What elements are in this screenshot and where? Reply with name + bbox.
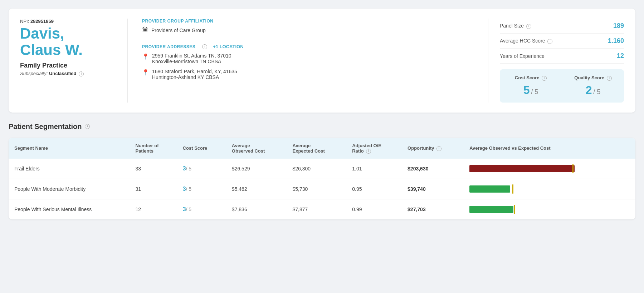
cost-score-value: 5 [523,84,530,96]
cell-segment-name: People With Moderate Morbidity [9,179,130,199]
col-num-patients: Number ofPatients [130,138,177,159]
cell-num-patients: 31 [130,179,177,199]
col-opportunity: Opportunity i [402,138,464,159]
col-cost-score: Cost Score [177,138,226,159]
address-2-text: 1680 Straford Park, Harold, KY, 41635Hun… [152,69,237,80]
cell-adjusted-oe: 1.01 [346,159,402,179]
address-item-2: 📍 1680 Straford Park, Harold, KY, 41635H… [142,69,474,80]
opportunity-info-icon[interactable]: i [436,146,441,151]
section-title-text: Patient Segmentation [9,123,82,131]
addresses-header: PROVIDER ADDRESSES i +1 LOCATION [142,44,474,49]
cost-score-info-icon[interactable]: i [542,76,547,81]
col-avg-expected: AverageExpected Cost [287,138,347,159]
provider-card: NPI: 282951859 Davis, Claus W. Family Pr… [9,9,635,113]
avg-hcc-info-icon[interactable]: i [547,39,552,44]
col-avg-observed: AverageObserved Cost [226,138,287,159]
group-name: Providers of Care Group [151,28,206,33]
panel-size-row: Panel Size i 189 [500,19,624,34]
segmentation-info-icon[interactable]: i [85,124,90,129]
quality-score-info-icon[interactable]: i [607,76,612,81]
quality-score-box-label: Quality Score [574,75,604,80]
cell-avg-observed: $5,462 [226,179,287,199]
cell-num-patients: 12 [130,199,177,220]
cell-segment-name: Frail Elders [9,159,130,179]
table-header-row: Segment Name Number ofPatients Cost Scor… [9,138,635,159]
cell-cost-score: 3/ 5 [177,159,226,179]
cell-avg-expected: $26,300 [287,159,347,179]
cell-bar-chart [464,179,635,199]
npi-label: NPI: [20,19,29,24]
group-affiliation-label: PROVIDER GROUP AFFILIATION [142,19,474,24]
quality-score-display: 2 / 5 [569,84,617,97]
pin-icon-2: 📍 [142,69,149,76]
avg-hcc-label: Average HCC Score [500,38,545,44]
location-link[interactable]: +1 LOCATION [213,44,243,49]
subspecialty-value: Unclassified [49,71,77,76]
addresses-info-icon[interactable]: i [202,44,207,49]
years-exp-value: 12 [617,52,624,60]
quality-score-box: Quality Score i 2 / 5 [562,69,624,103]
cell-opportunity: $203,630 [402,159,464,179]
oe-ratio-info-icon[interactable]: i [366,149,371,154]
cell-bar-chart [464,199,635,220]
cell-avg-observed: $26,529 [226,159,287,179]
subspecialty: Subspecialty: Unclassified i [20,71,113,76]
section-title: Patient Segmentation i [9,123,635,131]
group-affiliation: 🏛 Providers of Care Group [142,26,474,34]
cell-segment-name: People With Serious Mental Illness [9,199,130,220]
cell-opportunity: $39,740 [402,179,464,199]
building-icon: 🏛 [142,26,148,34]
address-1-text: 2959 Franklin St, Adams TN, 37010Knoxvil… [152,53,231,64]
cell-avg-observed: $7,836 [226,199,287,220]
address-item-1: 📍 Frail Elders 2959 Franklin St, Adams T… [142,53,474,64]
score-boxes: Cost Score i 5 / 5 Quality Score i 2 [500,69,624,103]
subspecialty-label: Subspecialty: [20,71,48,76]
quality-score-value: 2 [586,84,592,96]
npi-line: NPI: 282951859 [20,19,113,24]
provider-right-section: Panel Size i 189 Average HCC Score i 1.1… [488,19,624,103]
cost-score-box: Cost Score i 5 / 5 [500,69,562,103]
avg-hcc-value: 1.160 [608,37,624,45]
cell-bar-chart [464,159,635,179]
addresses-label: PROVIDER ADDRESSES [142,44,195,49]
panel-size-value: 189 [613,22,624,30]
cell-avg-expected: $7,877 [287,199,347,220]
subspecialty-info-icon[interactable]: i [79,71,84,76]
cost-score-display: 5 / 5 [507,84,555,97]
cost-score-box-label: Cost Score [515,75,540,80]
cell-avg-expected: $5,730 [287,179,347,199]
provider-name: Davis, Claus W. [20,25,113,58]
years-exp-label: Years of Experience [500,53,545,59]
npi-value: 282951859 [30,19,54,24]
cell-opportunity: $27,703 [402,199,464,220]
table-row: People With Serious Mental Illness 12 3/… [9,199,635,220]
pin-icon-1: 📍 [142,53,149,60]
table-row: Frail Elders 33 3/ 5 $26,529 $26,300 1.0… [9,159,635,179]
cell-adjusted-oe: 0.99 [346,199,402,220]
table-row: People With Moderate Morbidity 31 3/ 5 $… [9,179,635,199]
panel-size-info-icon[interactable]: i [526,24,531,29]
col-bar-chart: Average Observed vs Expected Cost [464,138,635,159]
avg-hcc-row: Average HCC Score i 1.160 [500,34,624,49]
segmentation-table: Segment Name Number ofPatients Cost Scor… [9,138,635,220]
cell-adjusted-oe: 0.95 [346,179,402,199]
quality-score-denom: / 5 [593,88,600,95]
provider-left-section: NPI: 282951859 Davis, Claus W. Family Pr… [20,19,113,103]
cell-cost-score: 3/ 5 [177,179,226,199]
col-segment-name: Segment Name [9,138,130,159]
cost-score-denom: / 5 [531,88,538,95]
years-exp-row: Years of Experience 12 [500,49,624,64]
col-adjusted-oe: Adjusted O/ERatio i [346,138,402,159]
panel-size-label: Panel Size [500,23,524,29]
provider-middle-section: PROVIDER GROUP AFFILIATION 🏛 Providers o… [127,19,474,103]
patient-segmentation-section: Patient Segmentation i Segment Name Numb… [9,123,635,220]
cell-cost-score: 3/ 5 [177,199,226,220]
specialty: Family Practice [20,62,113,69]
cell-num-patients: 33 [130,159,177,179]
